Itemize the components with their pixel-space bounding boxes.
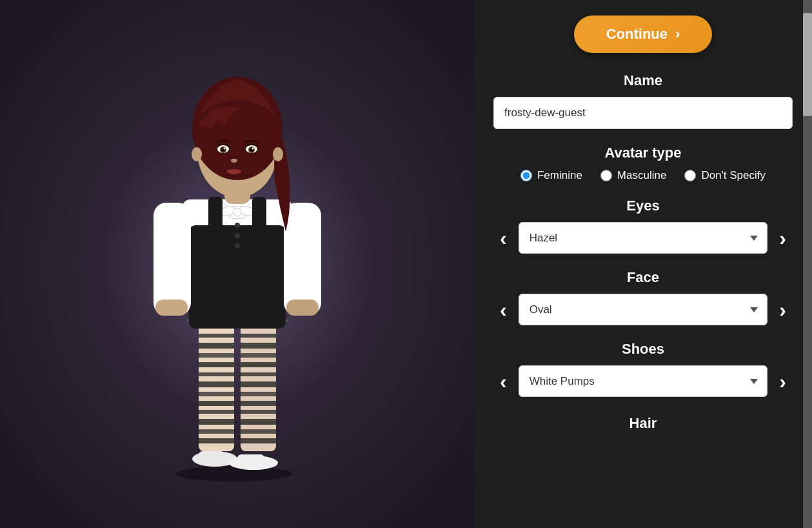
svg-rect-40 bbox=[189, 225, 286, 329]
svg-point-44 bbox=[233, 208, 241, 216]
feminine-option[interactable]: Feminine bbox=[520, 169, 582, 182]
svg-rect-53 bbox=[252, 197, 266, 232]
avatar-type-row: Feminine Masculine Don't Specify bbox=[520, 169, 766, 182]
continue-chevron-icon: › bbox=[675, 26, 680, 43]
shoes-next-button[interactable]: › bbox=[773, 369, 793, 394]
masculine-option[interactable]: Masculine bbox=[600, 169, 667, 182]
svg-rect-9 bbox=[195, 372, 237, 376]
eyes-next-button[interactable]: › bbox=[773, 225, 793, 251]
svg-rect-8 bbox=[195, 362, 237, 367]
dont-specify-radio[interactable] bbox=[684, 170, 696, 181]
svg-rect-25 bbox=[237, 392, 279, 396]
svg-rect-22 bbox=[237, 362, 279, 367]
svg-rect-51 bbox=[286, 300, 319, 316]
face-next-button[interactable]: › bbox=[773, 297, 793, 323]
continue-button[interactable]: Continue › bbox=[574, 15, 713, 53]
svg-rect-15 bbox=[195, 429, 237, 434]
shoes-prev-button[interactable]: ‹ bbox=[493, 369, 513, 394]
continue-label: Continue bbox=[606, 26, 668, 43]
svg-rect-13 bbox=[195, 410, 237, 414]
svg-rect-28 bbox=[237, 419, 279, 425]
svg-point-66 bbox=[223, 148, 225, 150]
svg-rect-23 bbox=[237, 372, 279, 376]
eyes-dropdown[interactable]: Hazel Brown Blue Green Gray bbox=[519, 222, 768, 254]
avatar-panel bbox=[0, 0, 474, 528]
svg-rect-16 bbox=[195, 438, 237, 443]
svg-point-70 bbox=[192, 147, 202, 161]
svg-point-0 bbox=[176, 466, 292, 482]
face-selector-row: ‹ Oval Round Square Heart Diamond › bbox=[493, 294, 793, 325]
svg-rect-49 bbox=[155, 300, 188, 316]
svg-rect-21 bbox=[237, 353, 279, 358]
face-section-label: Face bbox=[493, 269, 793, 286]
name-section-label: Name bbox=[493, 72, 793, 89]
face-dropdown[interactable]: Oval Round Square Heart Diamond bbox=[519, 294, 768, 325]
svg-rect-26 bbox=[237, 401, 279, 406]
svg-point-69 bbox=[227, 169, 241, 174]
svg-rect-29 bbox=[237, 429, 279, 434]
svg-rect-14 bbox=[195, 419, 237, 425]
eyes-prev-button[interactable]: ‹ bbox=[493, 225, 513, 251]
scrollbar-track bbox=[803, 0, 812, 528]
avatar-type-label: Avatar type bbox=[493, 145, 793, 161]
svg-point-47 bbox=[235, 243, 240, 249]
svg-point-45 bbox=[235, 223, 240, 228]
svg-rect-12 bbox=[195, 401, 237, 406]
settings-panel: Continue › Name Avatar type Feminine Mas… bbox=[474, 0, 812, 528]
masculine-label: Masculine bbox=[617, 169, 667, 182]
name-input[interactable] bbox=[493, 97, 793, 129]
eyes-selector-row: ‹ Hazel Brown Blue Green Gray › bbox=[493, 222, 793, 254]
feminine-radio[interactable] bbox=[520, 170, 532, 181]
shoes-selector-row: ‹ White Pumps Black Heels Sneakers Boots… bbox=[493, 365, 793, 397]
svg-rect-20 bbox=[237, 343, 279, 349]
dont-specify-option[interactable]: Don't Specify bbox=[684, 169, 766, 182]
scrollbar-thumb[interactable] bbox=[803, 13, 812, 116]
svg-point-71 bbox=[273, 147, 283, 161]
svg-rect-30 bbox=[237, 438, 279, 443]
shoes-section-label: Shoes bbox=[493, 341, 793, 358]
masculine-radio[interactable] bbox=[600, 170, 612, 181]
svg-point-46 bbox=[235, 233, 240, 238]
eyes-section-label: Eyes bbox=[493, 198, 793, 214]
svg-rect-24 bbox=[237, 381, 279, 387]
svg-rect-11 bbox=[195, 392, 237, 396]
svg-rect-34 bbox=[237, 454, 264, 466]
svg-rect-48 bbox=[153, 203, 191, 316]
hair-section-label: Hair bbox=[493, 415, 793, 432]
svg-rect-32 bbox=[199, 451, 224, 463]
svg-rect-19 bbox=[237, 334, 279, 338]
svg-rect-10 bbox=[195, 381, 237, 387]
svg-rect-6 bbox=[195, 343, 237, 349]
svg-rect-52 bbox=[208, 197, 223, 232]
avatar-figure bbox=[115, 45, 360, 483]
svg-rect-27 bbox=[237, 410, 279, 414]
svg-rect-50 bbox=[284, 203, 321, 316]
svg-rect-5 bbox=[195, 334, 237, 338]
feminine-label: Feminine bbox=[537, 169, 582, 182]
dont-specify-label: Don't Specify bbox=[701, 169, 766, 182]
svg-point-67 bbox=[252, 148, 253, 150]
face-prev-button[interactable]: ‹ bbox=[493, 297, 513, 323]
shoes-dropdown[interactable]: White Pumps Black Heels Sneakers Boots S… bbox=[519, 365, 768, 397]
svg-rect-7 bbox=[195, 353, 237, 358]
